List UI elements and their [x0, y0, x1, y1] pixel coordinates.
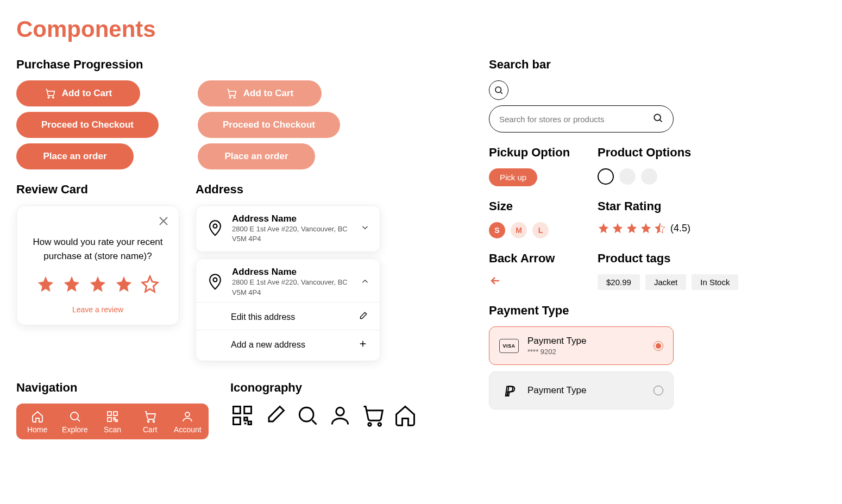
- product-tag: Jacket: [645, 274, 686, 290]
- address-name: Address Name: [232, 267, 353, 278]
- place-order-button-disabled[interactable]: Place an order: [198, 143, 315, 169]
- leave-review-link[interactable]: Leave a review: [29, 305, 167, 314]
- svg-rect-15: [234, 417, 241, 424]
- nav-item-cart[interactable]: Cart: [135, 410, 166, 434]
- star-icon: [115, 275, 133, 293]
- search-input[interactable]: [499, 115, 646, 124]
- button-label: Add to Cart: [62, 88, 112, 99]
- product-tag: $20.99: [598, 274, 640, 290]
- add-to-cart-button-disabled[interactable]: Add to Cart: [198, 80, 322, 106]
- chevron-down-icon[interactable]: [360, 223, 370, 235]
- payment-option-paypal[interactable]: Payment Type: [489, 371, 674, 410]
- map-pin-icon: [206, 218, 224, 239]
- payment-title: Payment Type: [527, 385, 586, 396]
- svg-rect-7: [108, 412, 111, 415]
- search-icon: [296, 404, 319, 430]
- svg-point-17: [336, 407, 344, 415]
- svg-rect-14: [244, 406, 252, 413]
- add-to-cart-button[interactable]: Add to Cart: [16, 80, 140, 106]
- star-icon: [598, 222, 609, 234]
- size-chip-l[interactable]: L: [532, 222, 549, 238]
- section-heading: Navigation: [16, 381, 209, 395]
- svg-point-1: [52, 97, 54, 98]
- section-heading: Address: [196, 182, 380, 197]
- chevron-up-icon[interactable]: [360, 276, 370, 288]
- home-icon: [393, 404, 417, 430]
- section-heading: Iconography: [230, 381, 417, 395]
- star-half-icon: [654, 222, 666, 234]
- pencil-icon: [263, 404, 287, 430]
- proceed-checkout-button-disabled[interactable]: Proceed to Checkout: [198, 112, 340, 138]
- user-icon: [328, 404, 352, 430]
- section-heading: Review Card: [16, 182, 179, 197]
- svg-point-11: [153, 420, 155, 422]
- svg-point-12: [185, 412, 190, 417]
- add-address-label: Add a new address: [231, 340, 305, 350]
- svg-point-6: [71, 412, 78, 420]
- pickup-button[interactable]: Pick up: [489, 168, 537, 186]
- radio-selected[interactable]: [654, 341, 663, 351]
- search-bar[interactable]: [489, 105, 674, 133]
- svg-point-19: [378, 423, 381, 426]
- nav-label: Scan: [104, 425, 121, 434]
- cart-icon: [226, 88, 237, 99]
- page-title: Components: [16, 16, 826, 42]
- radio-unselected[interactable]: [654, 386, 663, 395]
- button-label: Proceed to Checkout: [223, 119, 315, 130]
- cart-icon: [361, 404, 385, 430]
- nav-label: Cart: [143, 425, 157, 434]
- svg-point-2: [229, 97, 231, 98]
- add-address-row[interactable]: Add a new address: [206, 330, 370, 353]
- star-icon: [612, 222, 624, 234]
- proceed-checkout-button[interactable]: Proceed to Checkout: [16, 112, 159, 138]
- payment-section: Payment Type VISA Payment Type **** 9202…: [489, 304, 782, 416]
- star-icon: [626, 222, 638, 234]
- address-name: Address Name: [232, 213, 353, 224]
- svg-point-5: [213, 278, 217, 281]
- section-heading: Product tags: [598, 251, 738, 266]
- bottom-nav: Home Explore Scan Cart: [16, 404, 209, 439]
- size-chip-s[interactable]: S: [489, 222, 505, 238]
- svg-point-16: [299, 407, 313, 421]
- svg-point-18: [368, 423, 372, 426]
- purchase-progression-section: Purchase Progression Add to Cart Proceed…: [16, 58, 451, 169]
- section-heading: Product Options: [598, 146, 691, 160]
- nav-item-account[interactable]: Account: [172, 410, 203, 434]
- search-icon-button[interactable]: [489, 80, 508, 100]
- button-label: Add to Cart: [243, 88, 294, 99]
- nav-label: Account: [174, 425, 202, 434]
- address-line: 2800 E 1st Ave #220, Vancouver, BC V5M 4…: [232, 224, 353, 244]
- button-label: Place an order: [43, 151, 106, 162]
- button-label: Proceed to Checkout: [41, 119, 134, 130]
- svg-rect-8: [114, 412, 117, 415]
- address-card-collapsed[interactable]: Address Name 2800 E 1st Ave #220, Vancou…: [196, 205, 380, 252]
- button-label: Place an order: [224, 151, 288, 162]
- payment-option-card[interactable]: VISA Payment Type **** 9202: [489, 326, 674, 365]
- nav-item-home[interactable]: Home: [22, 410, 53, 434]
- section-heading: Star Rating: [598, 199, 690, 213]
- nav-item-scan[interactable]: Scan: [97, 410, 128, 434]
- review-question: How would you rate your recent purchase …: [29, 235, 167, 263]
- color-swatches: [598, 168, 691, 185]
- section-heading: Purchase Progression: [16, 58, 451, 72]
- color-swatch[interactable]: [641, 168, 657, 185]
- close-icon[interactable]: [157, 215, 170, 230]
- color-swatch[interactable]: [598, 168, 614, 185]
- place-order-button[interactable]: Place an order: [16, 143, 134, 169]
- edit-address-row[interactable]: Edit this address: [206, 303, 370, 325]
- nav-item-explore[interactable]: Explore: [59, 410, 90, 434]
- color-swatch[interactable]: [619, 168, 636, 185]
- rating-stars[interactable]: [29, 275, 167, 293]
- star-icon: [36, 275, 55, 293]
- size-chip-m[interactable]: M: [511, 222, 527, 238]
- star-icon: [89, 275, 107, 293]
- address-line: 2800 E 1st Ave #220, Vancouver, BC V5M 4…: [232, 278, 353, 297]
- svg-rect-9: [108, 418, 111, 421]
- address-card-expanded: Address Name 2800 E 1st Ave #220, Vancou…: [196, 259, 380, 361]
- rating-value: (4.5): [670, 223, 690, 234]
- product-tag: In Stock: [692, 274, 738, 290]
- back-arrow-icon[interactable]: [489, 276, 502, 290]
- svg-point-3: [234, 97, 235, 98]
- section-heading: Search bar: [489, 58, 782, 72]
- cart-icon: [45, 88, 55, 99]
